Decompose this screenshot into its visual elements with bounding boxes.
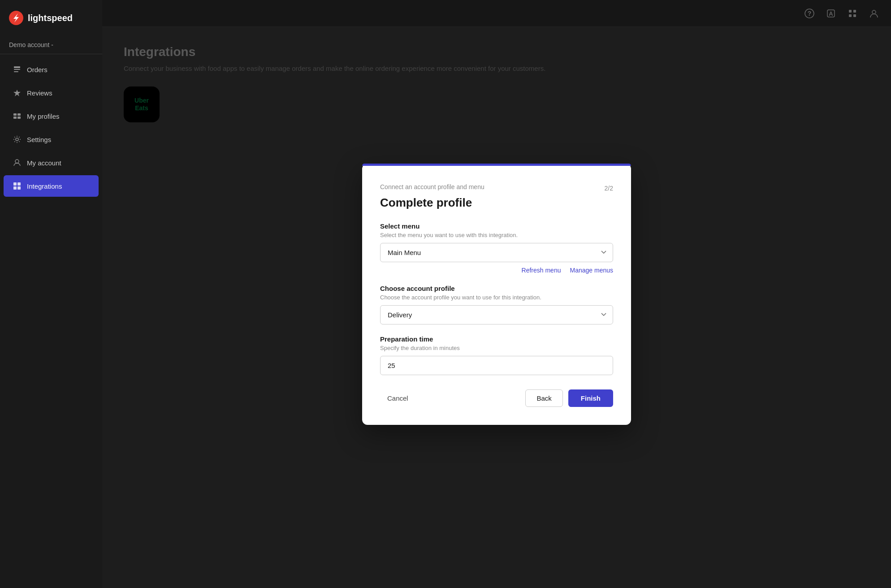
settings-icon	[13, 135, 22, 144]
svg-rect-7	[13, 117, 17, 119]
profile-select[interactable]: Delivery	[380, 305, 613, 324]
account-profile-desc: Choose the account profile you want to u…	[380, 294, 613, 301]
svg-rect-3	[14, 71, 18, 72]
svg-rect-6	[17, 113, 21, 116]
orders-icon	[13, 65, 22, 74]
account-profile-group: Choose account profile Choose the accoun…	[380, 285, 613, 324]
sidebar-item-settings[interactable]: Settings	[4, 129, 99, 150]
svg-rect-12	[17, 182, 21, 186]
account-profile-label: Choose account profile	[380, 285, 613, 292]
preparation-time-desc: Specify the duration in minutes	[380, 345, 613, 351]
modal-step-counter: 2/2	[605, 185, 613, 192]
svg-rect-5	[13, 113, 17, 116]
cancel-button[interactable]: Cancel	[380, 390, 415, 406]
modal-footer: Cancel Back Finish	[380, 389, 613, 407]
sidebar-item-my-profiles[interactable]: My profiles	[4, 105, 99, 127]
sidebar-item-my-account-label: My account	[27, 159, 61, 167]
sidebar-item-reviews-label: Reviews	[27, 89, 52, 97]
sidebar-item-reviews[interactable]: Reviews	[4, 82, 99, 104]
integrations-icon	[13, 182, 22, 190]
sidebar: lightspeed Demo account - Orders Reviews…	[0, 0, 102, 588]
select-menu-label: Select menu	[380, 222, 613, 230]
sidebar-item-settings-label: Settings	[27, 136, 51, 143]
footer-right-buttons: Back Finish	[525, 389, 613, 407]
modal-overlay: Connect an account profile and menu 2/2 …	[102, 0, 891, 588]
modal-title: Complete profile	[380, 196, 613, 210]
reviews-icon	[13, 88, 22, 97]
select-menu-group: Select menu Select the menu you want to …	[380, 222, 613, 274]
preparation-time-input[interactable]	[380, 356, 613, 375]
account-icon	[13, 158, 22, 167]
menu-select[interactable]: Main Menu	[380, 243, 613, 262]
preparation-time-group: Preparation time Specify the duration in…	[380, 335, 613, 375]
svg-rect-13	[13, 186, 17, 190]
svg-rect-11	[13, 182, 17, 186]
refresh-menu-button[interactable]: Refresh menu	[522, 267, 561, 274]
sidebar-item-orders[interactable]: Orders	[4, 59, 99, 80]
menu-links-row: Refresh menu Manage menus	[380, 267, 613, 274]
account-label[interactable]: Demo account -	[0, 36, 102, 54]
svg-marker-4	[13, 90, 21, 96]
sidebar-item-my-account[interactable]: My account	[4, 152, 99, 173]
progress-bar-container	[362, 164, 631, 166]
modal-step-label: Connect an account profile and menu	[380, 183, 484, 190]
select-menu-desc: Select the menu you want to use with thi…	[380, 232, 613, 238]
svg-point-10	[15, 160, 19, 163]
sidebar-item-orders-label: Orders	[27, 66, 48, 74]
sidebar-item-integrations[interactable]: Integrations	[4, 175, 99, 197]
logo-area: lightspeed	[0, 0, 102, 36]
sidebar-item-integrations-label: Integrations	[27, 182, 62, 190]
lightspeed-logo-icon	[9, 11, 23, 25]
sidebar-item-my-profiles-label: My profiles	[27, 112, 60, 120]
svg-rect-14	[17, 186, 21, 190]
preparation-time-label: Preparation time	[380, 335, 613, 343]
svg-rect-1	[14, 66, 20, 68]
svg-point-9	[16, 138, 18, 141]
modal-dialog: Connect an account profile and menu 2/2 …	[362, 164, 631, 425]
logo-text: lightspeed	[28, 13, 73, 23]
manage-menus-button[interactable]: Manage menus	[570, 267, 613, 274]
finish-button[interactable]: Finish	[568, 389, 613, 407]
main-area: ? A Integrations Connect your business w…	[102, 0, 891, 588]
profiles-icon	[13, 112, 22, 121]
back-button[interactable]: Back	[525, 389, 562, 407]
svg-rect-8	[17, 117, 21, 119]
svg-rect-2	[14, 69, 20, 70]
progress-bar-fill	[362, 164, 631, 166]
